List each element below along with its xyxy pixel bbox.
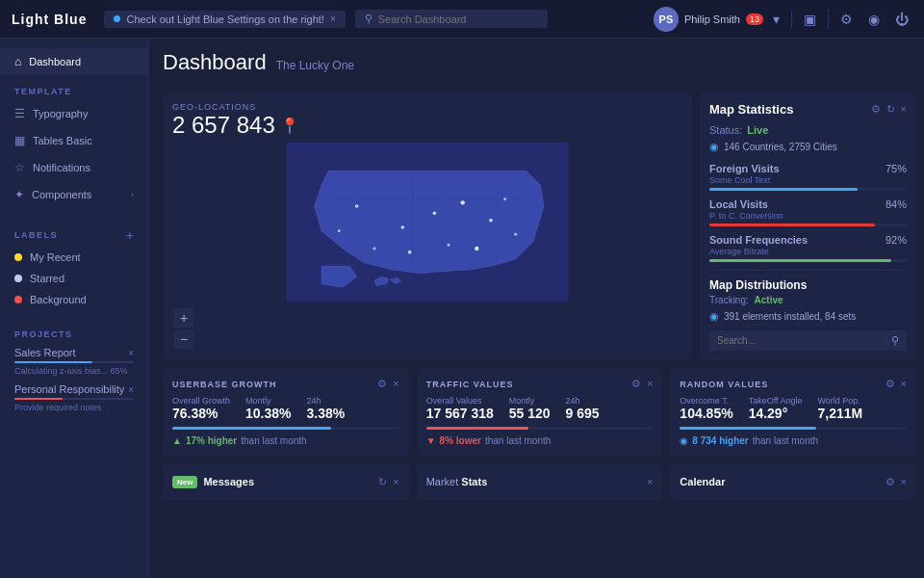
map-search-button[interactable]: ⚲ <box>891 334 899 347</box>
userbase-stats: Overall Growth 76.38% Montly 10.38% 24h … <box>172 396 399 421</box>
messages-actions: ↻ × <box>378 476 398 488</box>
svg-point-5 <box>355 204 359 208</box>
notifications-icon: ☆ <box>14 161 25 174</box>
userbase-widget: USERBASE GROWTH ⚙ × Overall Growth 76.38… <box>163 368 409 456</box>
topbar-tab[interactable]: Check out Light Blue Settings on the rig… <box>104 11 345 28</box>
project-progress-bar <box>14 361 134 363</box>
avatar: PS <box>654 7 679 32</box>
map-stats-close-icon[interactable]: × <box>901 103 907 116</box>
userbase-monthly: Montly 10.38% <box>245 396 291 421</box>
traffic-title: TRAFFIC VALUES <box>426 380 514 389</box>
search-icon: ⚲ <box>365 13 372 25</box>
geo-label: GEO-LOCATIONS <box>172 102 682 112</box>
search-bar[interactable]: ⚲ <box>355 10 548 28</box>
sidebar-item-typography[interactable]: ☰ Typography <box>0 100 148 127</box>
local-visits-bar <box>709 223 875 226</box>
random-widget: RANDOM VALUES ⚙ × Overcome T. 104.85% Ta… <box>670 368 916 456</box>
traffic-progress-bar-bg <box>426 427 654 430</box>
random-title: RANDOM VALUES <box>680 380 768 389</box>
messages-refresh-icon[interactable]: ↻ <box>378 476 387 488</box>
svg-point-6 <box>503 197 506 200</box>
map-stats-row: GEO-LOCATIONS 2 657 843 📍 <box>163 92 916 360</box>
close-project-icon[interactable]: × <box>128 348 134 358</box>
map-pin-icon: 📍 <box>280 117 299 135</box>
userbase-close-icon[interactable]: × <box>393 378 398 390</box>
user-name: Philip Smith <box>684 13 740 25</box>
installed-icon: ◉ <box>709 310 719 323</box>
labels-header: LABELS + <box>0 223 148 247</box>
project-personal-responsibility: Personal Responsibility × Provide requir… <box>0 380 148 416</box>
map-widget: GEO-LOCATIONS 2 657 843 📍 <box>163 92 692 360</box>
sound-freq-metric: Sound Frequencies 92% Average Bitrate <box>709 234 907 262</box>
map-stats-title: Map Statistics <box>709 102 793 117</box>
map-zoom-in-button[interactable]: + <box>174 308 193 328</box>
map-stats-header: Map Statistics ⚙ ↻ × <box>709 102 907 117</box>
user-profile[interactable]: PS Philip Smith 13 ▾ <box>654 7 783 32</box>
label-background[interactable]: Background <box>0 289 148 310</box>
messages-close-icon[interactable]: × <box>393 476 398 488</box>
trend-up-icon: ▲ <box>172 435 182 446</box>
userbase-title: USERBASE GROWTH <box>172 380 277 389</box>
map-search-bar[interactable]: ⚲ <box>709 330 907 351</box>
map-stats-refresh-icon[interactable]: ↻ <box>886 103 895 116</box>
foreign-visits-bar-bg <box>709 188 907 191</box>
label-my-recent[interactable]: My Recent <box>0 247 148 268</box>
divider <box>709 270 907 271</box>
calendar-title: Calendar <box>680 476 725 487</box>
svg-point-1 <box>460 200 464 204</box>
local-visits-bar-bg <box>709 223 907 226</box>
projects-section: PROJECTS Sales Report × Calculating z-ax… <box>0 318 148 424</box>
traffic-24h: 24h 9 695 <box>566 396 600 421</box>
userbase-overall: Overall Growth 76.38% <box>172 396 230 421</box>
components-icon: ✦ <box>14 188 24 201</box>
topbar-right: PS Philip Smith 13 ▾ ▣ ⚙ ◉ ⏻ <box>654 7 912 32</box>
svg-point-8 <box>448 244 450 247</box>
map-search-input[interactable] <box>717 335 886 346</box>
location-row: ◉ 146 Countries, 2759 Cities <box>709 141 907 153</box>
sidebar-item-notifications[interactable]: ☆ Notifications <box>0 154 148 181</box>
main-content: Dashboard The Lucky One GEO-LOCATIONS 2 … <box>149 39 924 578</box>
calendar-actions: ⚙ × <box>886 476 907 488</box>
calendar-gear-icon[interactable]: ⚙ <box>886 476 895 488</box>
close-project2-icon[interactable]: × <box>128 384 134 395</box>
random-gear-icon[interactable]: ⚙ <box>886 378 895 390</box>
map-zoom-out-button[interactable]: − <box>174 329 193 349</box>
svg-point-11 <box>514 233 517 236</box>
project-bar-fill <box>14 361 92 363</box>
chevron-icon: › <box>131 190 134 199</box>
userbase-header: USERBASE GROWTH ⚙ × <box>172 378 399 390</box>
random-progress-bar-bg <box>680 427 907 430</box>
userbase-gear-icon[interactable]: ⚙ <box>377 378 387 390</box>
sidebar-item-dashboard[interactable]: ⌂ Dashboard <box>0 48 148 75</box>
home-icon: ⌂ <box>14 55 21 68</box>
svg-point-9 <box>475 247 478 250</box>
search-input[interactable] <box>378 13 538 25</box>
chevron-down-icon[interactable]: ▾ <box>769 10 783 29</box>
label-starred[interactable]: Starred <box>0 268 148 289</box>
close-tab-icon[interactable]: × <box>330 13 336 24</box>
svg-point-3 <box>489 219 493 223</box>
traffic-close-icon[interactable]: × <box>647 378 653 390</box>
add-label-icon[interactable]: + <box>126 227 134 243</box>
gear-icon[interactable]: ⚙ <box>836 10 857 29</box>
calendar-close-icon[interactable]: × <box>901 476 907 488</box>
sidebar-item-components[interactable]: ✦ Components › <box>0 181 148 208</box>
globe-icon[interactable]: ◉ <box>864 10 884 29</box>
market-close-icon[interactable]: × <box>647 476 653 487</box>
tables-icon: ▦ <box>14 134 25 147</box>
calendar-card: Calendar ⚙ × <box>670 463 916 500</box>
power-icon[interactable]: ⏻ <box>891 10 912 29</box>
messages-card: New Messages ↻ × <box>163 463 409 500</box>
messages-title: Messages <box>203 476 254 487</box>
random-header: RANDOM VALUES ⚙ × <box>680 378 907 390</box>
monitor-icon[interactable]: ▣ <box>800 10 820 29</box>
map-statistics-panel: Map Statistics ⚙ ↻ × Status: Live ◉ 146 … <box>700 92 916 360</box>
random-close-icon[interactable]: × <box>901 378 907 390</box>
userbase-actions: ⚙ × <box>377 378 398 390</box>
sidebar-item-tables[interactable]: ▦ Tables Basic <box>0 127 148 154</box>
map-stats-settings-icon[interactable]: ⚙ <box>871 103 881 116</box>
svg-point-4 <box>401 225 405 229</box>
random-worldpop: World Pop. 7,211M <box>818 396 863 421</box>
traffic-gear-icon[interactable]: ⚙ <box>631 378 641 390</box>
bottom-cards-row: New Messages ↻ × Market Stats × Calendar <box>163 463 916 500</box>
